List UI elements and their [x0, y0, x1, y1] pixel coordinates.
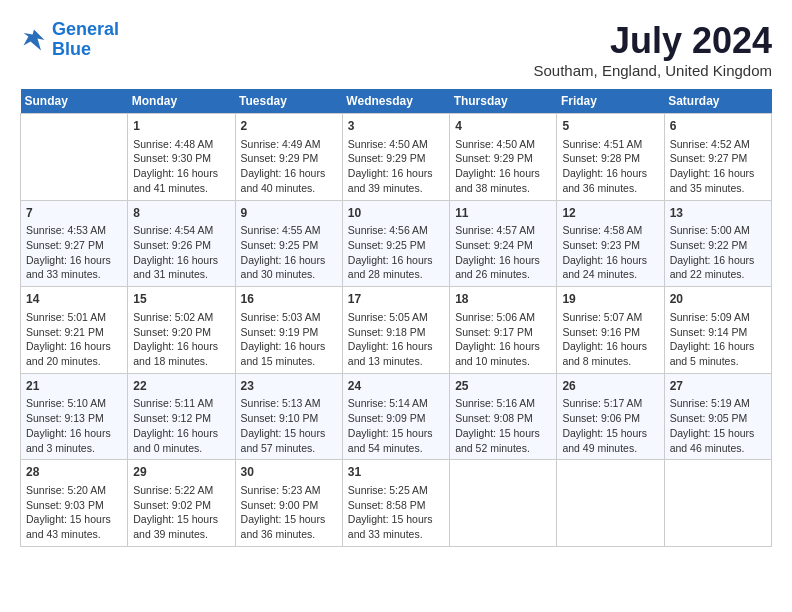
- day-info: Sunrise: 4:52 AM Sunset: 9:27 PM Dayligh…: [670, 137, 766, 196]
- day-cell: 3Sunrise: 4:50 AM Sunset: 9:29 PM Daylig…: [342, 114, 449, 201]
- day-info: Sunrise: 5:11 AM Sunset: 9:12 PM Dayligh…: [133, 396, 229, 455]
- day-info: Sunrise: 4:54 AM Sunset: 9:26 PM Dayligh…: [133, 223, 229, 282]
- day-cell: 5Sunrise: 4:51 AM Sunset: 9:28 PM Daylig…: [557, 114, 664, 201]
- day-cell: 23Sunrise: 5:13 AM Sunset: 9:10 PM Dayli…: [235, 373, 342, 460]
- day-number: 5: [562, 118, 658, 135]
- day-info: Sunrise: 5:07 AM Sunset: 9:16 PM Dayligh…: [562, 310, 658, 369]
- day-info: Sunrise: 4:58 AM Sunset: 9:23 PM Dayligh…: [562, 223, 658, 282]
- day-cell: 11Sunrise: 4:57 AM Sunset: 9:24 PM Dayli…: [450, 200, 557, 287]
- day-info: Sunrise: 5:22 AM Sunset: 9:02 PM Dayligh…: [133, 483, 229, 542]
- day-number: 28: [26, 464, 122, 481]
- day-cell: 30Sunrise: 5:23 AM Sunset: 9:00 PM Dayli…: [235, 460, 342, 547]
- day-cell: 14Sunrise: 5:01 AM Sunset: 9:21 PM Dayli…: [21, 287, 128, 374]
- day-info: Sunrise: 5:02 AM Sunset: 9:20 PM Dayligh…: [133, 310, 229, 369]
- day-info: Sunrise: 5:03 AM Sunset: 9:19 PM Dayligh…: [241, 310, 337, 369]
- day-cell: 7Sunrise: 4:53 AM Sunset: 9:27 PM Daylig…: [21, 200, 128, 287]
- day-cell: 15Sunrise: 5:02 AM Sunset: 9:20 PM Dayli…: [128, 287, 235, 374]
- day-cell: 28Sunrise: 5:20 AM Sunset: 9:03 PM Dayli…: [21, 460, 128, 547]
- day-number: 13: [670, 205, 766, 222]
- day-info: Sunrise: 5:20 AM Sunset: 9:03 PM Dayligh…: [26, 483, 122, 542]
- day-number: 25: [455, 378, 551, 395]
- day-info: Sunrise: 5:13 AM Sunset: 9:10 PM Dayligh…: [241, 396, 337, 455]
- day-number: 1: [133, 118, 229, 135]
- day-number: 2: [241, 118, 337, 135]
- day-info: Sunrise: 4:56 AM Sunset: 9:25 PM Dayligh…: [348, 223, 444, 282]
- day-number: 18: [455, 291, 551, 308]
- week-row-3: 14Sunrise: 5:01 AM Sunset: 9:21 PM Dayli…: [21, 287, 772, 374]
- day-cell: 17Sunrise: 5:05 AM Sunset: 9:18 PM Dayli…: [342, 287, 449, 374]
- col-header-sunday: Sunday: [21, 89, 128, 114]
- day-number: 11: [455, 205, 551, 222]
- day-cell: 26Sunrise: 5:17 AM Sunset: 9:06 PM Dayli…: [557, 373, 664, 460]
- logo-icon: [20, 26, 48, 54]
- day-cell: 18Sunrise: 5:06 AM Sunset: 9:17 PM Dayli…: [450, 287, 557, 374]
- day-cell: 12Sunrise: 4:58 AM Sunset: 9:23 PM Dayli…: [557, 200, 664, 287]
- col-header-thursday: Thursday: [450, 89, 557, 114]
- page-header: General Blue July 2024 Southam, England,…: [20, 20, 772, 79]
- day-info: Sunrise: 4:50 AM Sunset: 9:29 PM Dayligh…: [455, 137, 551, 196]
- day-number: 14: [26, 291, 122, 308]
- day-number: 9: [241, 205, 337, 222]
- day-info: Sunrise: 4:55 AM Sunset: 9:25 PM Dayligh…: [241, 223, 337, 282]
- week-row-1: 1Sunrise: 4:48 AM Sunset: 9:30 PM Daylig…: [21, 114, 772, 201]
- day-number: 29: [133, 464, 229, 481]
- calendar-table: SundayMondayTuesdayWednesdayThursdayFrid…: [20, 89, 772, 547]
- day-number: 26: [562, 378, 658, 395]
- day-cell: 13Sunrise: 5:00 AM Sunset: 9:22 PM Dayli…: [664, 200, 771, 287]
- day-cell: [664, 460, 771, 547]
- day-number: 16: [241, 291, 337, 308]
- day-number: 8: [133, 205, 229, 222]
- day-info: Sunrise: 4:48 AM Sunset: 9:30 PM Dayligh…: [133, 137, 229, 196]
- day-cell: [21, 114, 128, 201]
- day-cell: 9Sunrise: 4:55 AM Sunset: 9:25 PM Daylig…: [235, 200, 342, 287]
- day-cell: 1Sunrise: 4:48 AM Sunset: 9:30 PM Daylig…: [128, 114, 235, 201]
- day-number: 22: [133, 378, 229, 395]
- day-number: 15: [133, 291, 229, 308]
- day-info: Sunrise: 4:57 AM Sunset: 9:24 PM Dayligh…: [455, 223, 551, 282]
- week-row-4: 21Sunrise: 5:10 AM Sunset: 9:13 PM Dayli…: [21, 373, 772, 460]
- day-number: 30: [241, 464, 337, 481]
- day-info: Sunrise: 5:14 AM Sunset: 9:09 PM Dayligh…: [348, 396, 444, 455]
- day-info: Sunrise: 5:06 AM Sunset: 9:17 PM Dayligh…: [455, 310, 551, 369]
- day-number: 12: [562, 205, 658, 222]
- svg-marker-0: [24, 29, 45, 50]
- day-info: Sunrise: 5:17 AM Sunset: 9:06 PM Dayligh…: [562, 396, 658, 455]
- day-info: Sunrise: 4:50 AM Sunset: 9:29 PM Dayligh…: [348, 137, 444, 196]
- day-info: Sunrise: 4:49 AM Sunset: 9:29 PM Dayligh…: [241, 137, 337, 196]
- col-header-friday: Friday: [557, 89, 664, 114]
- day-cell: 4Sunrise: 4:50 AM Sunset: 9:29 PM Daylig…: [450, 114, 557, 201]
- day-cell: 8Sunrise: 4:54 AM Sunset: 9:26 PM Daylig…: [128, 200, 235, 287]
- col-header-monday: Monday: [128, 89, 235, 114]
- day-info: Sunrise: 5:23 AM Sunset: 9:00 PM Dayligh…: [241, 483, 337, 542]
- day-number: 6: [670, 118, 766, 135]
- day-cell: 31Sunrise: 5:25 AM Sunset: 8:58 PM Dayli…: [342, 460, 449, 547]
- day-cell: 16Sunrise: 5:03 AM Sunset: 9:19 PM Dayli…: [235, 287, 342, 374]
- day-cell: [450, 460, 557, 547]
- day-cell: 21Sunrise: 5:10 AM Sunset: 9:13 PM Dayli…: [21, 373, 128, 460]
- day-number: 4: [455, 118, 551, 135]
- day-info: Sunrise: 5:05 AM Sunset: 9:18 PM Dayligh…: [348, 310, 444, 369]
- day-cell: 19Sunrise: 5:07 AM Sunset: 9:16 PM Dayli…: [557, 287, 664, 374]
- day-info: Sunrise: 5:16 AM Sunset: 9:08 PM Dayligh…: [455, 396, 551, 455]
- day-number: 10: [348, 205, 444, 222]
- day-cell: 22Sunrise: 5:11 AM Sunset: 9:12 PM Dayli…: [128, 373, 235, 460]
- day-info: Sunrise: 5:01 AM Sunset: 9:21 PM Dayligh…: [26, 310, 122, 369]
- day-info: Sunrise: 5:00 AM Sunset: 9:22 PM Dayligh…: [670, 223, 766, 282]
- day-number: 31: [348, 464, 444, 481]
- day-cell: [557, 460, 664, 547]
- col-header-wednesday: Wednesday: [342, 89, 449, 114]
- title-block: July 2024 Southam, England, United Kingd…: [534, 20, 772, 79]
- day-cell: 10Sunrise: 4:56 AM Sunset: 9:25 PM Dayli…: [342, 200, 449, 287]
- day-cell: 24Sunrise: 5:14 AM Sunset: 9:09 PM Dayli…: [342, 373, 449, 460]
- day-cell: 6Sunrise: 4:52 AM Sunset: 9:27 PM Daylig…: [664, 114, 771, 201]
- day-number: 7: [26, 205, 122, 222]
- location-subtitle: Southam, England, United Kingdom: [534, 62, 772, 79]
- month-title: July 2024: [534, 20, 772, 62]
- logo-text: General Blue: [52, 20, 119, 60]
- day-cell: 2Sunrise: 4:49 AM Sunset: 9:29 PM Daylig…: [235, 114, 342, 201]
- day-info: Sunrise: 5:10 AM Sunset: 9:13 PM Dayligh…: [26, 396, 122, 455]
- day-info: Sunrise: 4:53 AM Sunset: 9:27 PM Dayligh…: [26, 223, 122, 282]
- day-info: Sunrise: 5:09 AM Sunset: 9:14 PM Dayligh…: [670, 310, 766, 369]
- day-info: Sunrise: 4:51 AM Sunset: 9:28 PM Dayligh…: [562, 137, 658, 196]
- col-header-saturday: Saturday: [664, 89, 771, 114]
